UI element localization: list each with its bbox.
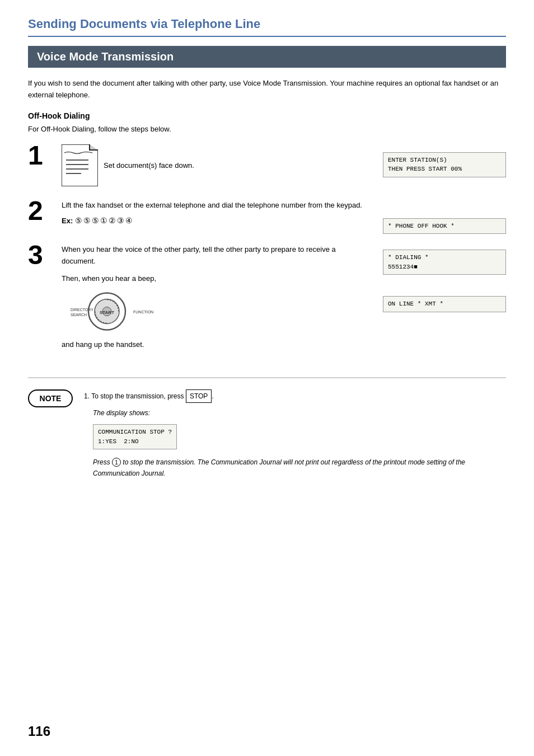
display-step1: ENTER STATION(S) THEN PRESS START 00%: [383, 152, 506, 177]
note-item1-suffix: .: [212, 392, 213, 400]
step-1-content: Set document(s) face down.: [62, 142, 372, 186]
lcd-step3: ON LINE * XMT *: [383, 296, 506, 312]
page-number: 116: [28, 724, 50, 739]
start-label-left: DIRECTORYSEARCH: [71, 307, 86, 317]
subsection-title: Off-Hook Dialing: [28, 111, 506, 120]
page-title: Sending Documents via Telephone Line: [28, 17, 506, 37]
step-1: 1: [28, 142, 372, 186]
start-button-area: DIRECTORYSEARCH START: [71, 292, 149, 334]
note-display: COMMUNICATION STOP ? 1:YES 2:NO: [93, 424, 177, 449]
steps-left: 1: [28, 142, 372, 354]
hang-up-text: and hang up the handset.: [62, 339, 372, 351]
display-step2a: * PHONE OFF HOOK *: [383, 218, 506, 234]
lcd-step1: ENTER STATION(S) THEN PRESS START 00%: [383, 152, 506, 177]
note-item1: 1. To stop the transmission, press STOP.: [84, 389, 506, 403]
note-italic-press: Press: [93, 458, 112, 466]
step-3-text: When you hear the voice of the other par…: [62, 244, 372, 267]
page-container: Sending Documents via Telephone Line Voi…: [0, 0, 534, 506]
note-italic: Press 1 to stop the transmission. The Co…: [93, 457, 506, 478]
step-3-content: When you hear the voice of the other par…: [62, 242, 372, 354]
note-italic-rest: to stop the transmission. The Communicat…: [93, 458, 465, 477]
section-header: Voice Mode Transmission: [28, 46, 506, 68]
note-circle-num: 1: [112, 458, 121, 467]
lcd-step2a: * PHONE OFF HOOK *: [383, 218, 506, 234]
step-3-number: 3: [28, 242, 56, 269]
step-1-text: Set document(s) face down.: [104, 161, 194, 170]
svg-marker-0: [62, 144, 98, 186]
steps-area: 1: [28, 142, 506, 355]
document-icon: [62, 144, 98, 186]
note-badge: NOTE: [28, 389, 73, 407]
displays-right: ENTER STATION(S) THEN PRESS START 00% * …: [383, 142, 506, 322]
step-2-number: 2: [28, 198, 56, 224]
svg-text:START: START: [100, 310, 114, 315]
subsection-intro: For Off-Hook Dialing, follow the steps b…: [28, 125, 506, 133]
note-section: NOTE 1. To stop the transmission, press …: [28, 377, 506, 483]
beep-text: Then, when you hear a beep,: [62, 273, 372, 285]
step-1-number: 1: [28, 142, 56, 169]
step-2-example: Ex: ⑤⑤⑤①②③④: [62, 214, 372, 227]
stop-button: STOP: [186, 389, 212, 403]
step-3: 3 When you hear the voice of the other p…: [28, 242, 372, 354]
example-value: ⑤⑤⑤①②③④: [75, 216, 134, 225]
start-button-svg: START: [87, 292, 127, 331]
display-step3: ON LINE * XMT *: [383, 296, 506, 312]
note-content: 1. To stop the transmission, press STOP.…: [84, 389, 506, 483]
lcd-step2b: * DIALING * 5551234■: [383, 250, 506, 275]
start-label-right: FUNCTION: [133, 310, 149, 315]
intro-text: If you wish to send the document after t…: [28, 78, 506, 101]
beep-section: Then, when you hear a beep, DIRECTORYSEA…: [62, 273, 372, 351]
step-2-content: Lift the fax handset or the external tel…: [62, 198, 372, 231]
note-item1-prefix: 1. To stop the transmission, press: [84, 392, 186, 400]
step-2: 2 Lift the fax handset or the external t…: [28, 198, 372, 231]
note-display-text: The display shows:: [93, 407, 506, 419]
display-step2b: * DIALING * 5551234■: [383, 250, 506, 275]
start-button-circle-outer: START: [87, 292, 127, 333]
step-1-inner: Set document(s) face down.: [62, 144, 372, 186]
note-display-wrapper: COMMUNICATION STOP ? 1:YES 2:NO: [93, 421, 506, 453]
step-2-text: Lift the fax handset or the external tel…: [62, 200, 372, 212]
main-content: Off-Hook Dialing For Off-Hook Dialing, f…: [28, 111, 506, 355]
example-label: Ex:: [62, 217, 73, 225]
